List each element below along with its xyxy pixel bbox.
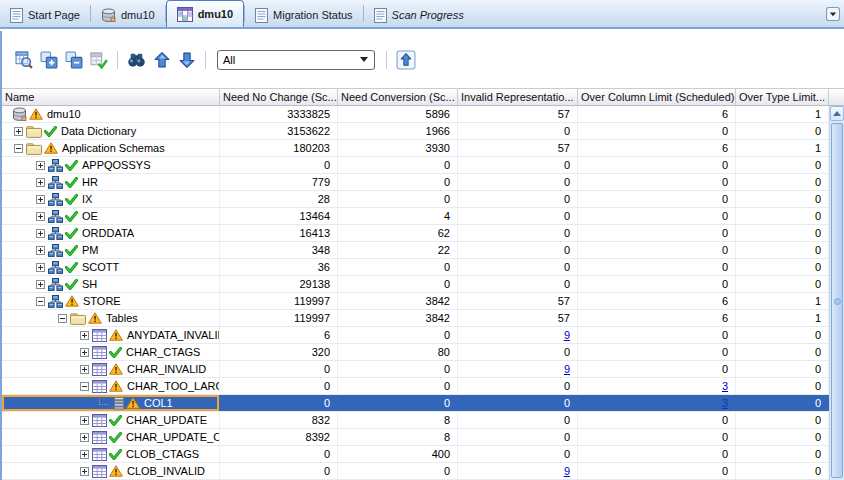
tree-row-char-update-oi[interactable]: CHAR_UPDATE_OI83928000 bbox=[2, 429, 829, 446]
tree-row-clob-invalid[interactable]: CLOB_INVALID00900 bbox=[2, 463, 829, 480]
expand-toggle[interactable] bbox=[36, 229, 45, 238]
cell-value: 0 bbox=[564, 159, 570, 171]
expand-toggle[interactable] bbox=[14, 127, 23, 136]
drill-link[interactable]: 3 bbox=[722, 380, 728, 392]
value-cell: 9 bbox=[458, 327, 578, 343]
tree-row-application-schemas[interactable]: Application Schemas18020339305761 bbox=[2, 140, 829, 157]
tree-row-char-too-large[interactable]: CHAR_TOO_LARGE00030 bbox=[2, 378, 829, 395]
find-button[interactable] bbox=[126, 49, 147, 70]
tree-row-char-invalid[interactable]: CHAR_INVALID00900 bbox=[2, 361, 829, 378]
value-cell: 57 bbox=[458, 140, 578, 156]
expand-toggle[interactable] bbox=[80, 365, 89, 374]
column-header-filler bbox=[829, 89, 844, 105]
expand-toggle[interactable] bbox=[80, 331, 89, 340]
previous-item-button[interactable] bbox=[151, 49, 172, 70]
cell-value: 28 bbox=[318, 193, 330, 205]
column-header-name[interactable]: Name bbox=[2, 89, 220, 105]
tree-row-hr[interactable]: HR7790000 bbox=[2, 174, 829, 191]
node-label: CHAR_CTAGS bbox=[126, 346, 200, 358]
cell-value: 0 bbox=[324, 397, 330, 409]
value-cell: 29138 bbox=[220, 276, 338, 292]
column-header-over-column-limit-scheduled[interactable]: Over Column Limit (Scheduled) bbox=[578, 89, 736, 105]
collapse-all-button[interactable] bbox=[63, 49, 84, 70]
value-cell: 3842 bbox=[338, 310, 458, 326]
tree-row-orddata[interactable]: ORDDATA1641362000 bbox=[2, 225, 829, 242]
expand-toggle[interactable] bbox=[80, 348, 89, 357]
expand-toggle[interactable] bbox=[36, 178, 45, 187]
column-header-over-type-limit[interactable]: Over Type Limit... bbox=[736, 89, 829, 105]
value-cell: 3930 bbox=[338, 140, 458, 156]
tree-row-col1[interactable]: COL100030 bbox=[2, 395, 829, 412]
cell-value: 0 bbox=[722, 261, 728, 273]
expand-toggle[interactable] bbox=[36, 280, 45, 289]
expand-toggle[interactable] bbox=[80, 433, 89, 442]
filter-select[interactable]: All bbox=[217, 50, 375, 70]
tree-row-char-ctags[interactable]: CHAR_CTAGS32080000 bbox=[2, 344, 829, 361]
tree-row-char-update[interactable]: CHAR_UPDATE8328000 bbox=[2, 412, 829, 429]
collapse-toggle[interactable] bbox=[36, 297, 45, 306]
collapse-toggle[interactable] bbox=[80, 382, 89, 391]
value-cell: 0 bbox=[578, 429, 736, 445]
expand-toggle[interactable] bbox=[36, 246, 45, 255]
arrow-up-icon bbox=[833, 111, 841, 116]
value-cell: 0 bbox=[220, 378, 338, 394]
warning-icon bbox=[65, 295, 79, 307]
value-cell: 0 bbox=[458, 429, 578, 445]
cell-value: 0 bbox=[564, 176, 570, 188]
cell-value: 1 bbox=[815, 312, 821, 324]
tree-row-dmu10[interactable]: dmu10333382558965761 bbox=[2, 106, 829, 123]
tree-row-anydata-invalid[interactable]: ANYDATA_INVALID60900 bbox=[2, 327, 829, 344]
tree-row-ix[interactable]: IX280000 bbox=[2, 191, 829, 208]
tab-dmu10-2[interactable]: dmu10 bbox=[166, 0, 244, 27]
tree-row-scott[interactable]: SCOTT360000 bbox=[2, 259, 829, 276]
cell-value: 0 bbox=[722, 159, 728, 171]
check-icon bbox=[65, 177, 78, 188]
chevron-down-icon bbox=[826, 7, 840, 21]
tree-row-sh[interactable]: SH291380000 bbox=[2, 276, 829, 293]
convert-button[interactable] bbox=[88, 49, 109, 70]
tab-scan-progress-4[interactable]: Scan Progress bbox=[364, 3, 474, 27]
expand-toggle[interactable] bbox=[36, 263, 45, 272]
expand-toggle[interactable] bbox=[36, 161, 45, 170]
export-button[interactable] bbox=[395, 49, 416, 70]
collapse-toggle[interactable] bbox=[14, 144, 23, 153]
value-cell: 57 bbox=[458, 106, 578, 122]
expand-all-button[interactable] bbox=[38, 49, 59, 70]
rescan-button[interactable] bbox=[13, 49, 34, 70]
tab-overflow-button[interactable] bbox=[826, 7, 840, 21]
next-item-button[interactable] bbox=[176, 49, 197, 70]
value-cell: 0 bbox=[338, 395, 458, 411]
expand-toggle[interactable] bbox=[36, 212, 45, 221]
collapse-toggle[interactable] bbox=[58, 314, 67, 323]
tab-dmu10-1[interactable]: dmu10 bbox=[91, 3, 165, 27]
scroll-up-button[interactable] bbox=[830, 106, 844, 121]
tree-row-clob-ctags[interactable]: CLOB_CTAGS0400000 bbox=[2, 446, 829, 463]
tree-row-tables[interactable]: Tables11999738425761 bbox=[2, 310, 829, 327]
drill-link[interactable]: 9 bbox=[564, 363, 570, 375]
tree-row-store[interactable]: STORE11999738425761 bbox=[2, 293, 829, 310]
expand-toggle[interactable] bbox=[80, 450, 89, 459]
value-cell: 0 bbox=[578, 174, 736, 190]
scrollbar-thumb[interactable] bbox=[831, 123, 843, 478]
tree-row-appqossys[interactable]: APPQOSSYS00000 bbox=[2, 157, 829, 174]
tab-migration-status-3[interactable]: Migration Status bbox=[245, 3, 362, 27]
node-label: OE bbox=[82, 210, 98, 222]
vertical-scrollbar[interactable] bbox=[829, 106, 844, 480]
drill-link[interactable]: 9 bbox=[564, 465, 570, 477]
tab-start-page-0[interactable]: Start Page bbox=[0, 3, 90, 27]
column-header-invalid-representatio[interactable]: Invalid Representatio... bbox=[458, 89, 578, 105]
expand-toggle[interactable] bbox=[80, 467, 89, 476]
tree-row-data-dictionary[interactable]: Data Dictionary31536221966000 bbox=[2, 123, 829, 140]
cell-value: 0 bbox=[722, 329, 728, 341]
expand-toggle[interactable] bbox=[36, 195, 45, 204]
column-header-need-conversion-sc[interactable]: Need Conversion (Sc... bbox=[338, 89, 458, 105]
cell-value: 0 bbox=[815, 227, 821, 239]
tree-row-pm[interactable]: PM34822000 bbox=[2, 242, 829, 259]
value-cell: 0 bbox=[736, 276, 829, 292]
tree-row-oe[interactable]: OE134644000 bbox=[2, 208, 829, 225]
expand-toggle[interactable] bbox=[80, 416, 89, 425]
column-header-need-no-change-sc[interactable]: Need No Change (Sc... bbox=[220, 89, 338, 105]
drill-link[interactable]: 3 bbox=[722, 397, 728, 409]
drill-link[interactable]: 9 bbox=[564, 329, 570, 341]
value-cell: 0 bbox=[458, 412, 578, 428]
